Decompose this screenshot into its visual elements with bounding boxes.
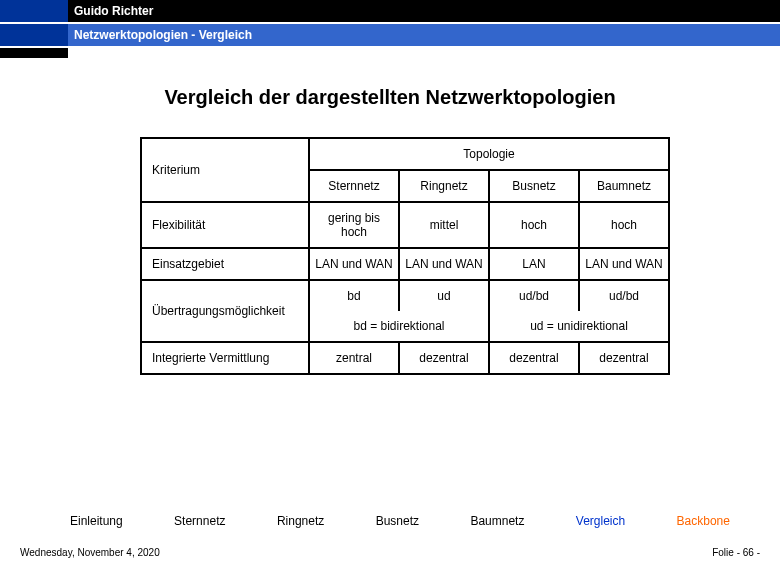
col-busnetz: Busnetz [489, 170, 579, 202]
cell: dezentral [579, 342, 669, 374]
nav-einleitung[interactable]: Einleitung [70, 514, 123, 528]
breadcrumb-bar: Netzwerktopologien - Vergleich [68, 24, 780, 46]
nav-busnetz[interactable]: Busnetz [376, 514, 419, 528]
kriterium-header: Kriterium [141, 138, 309, 202]
cell: hoch [579, 202, 669, 248]
nav-vergleich[interactable]: Vergleich [576, 514, 625, 528]
spacer-left [0, 48, 68, 58]
cell: zentral [309, 342, 399, 374]
legend-bd: bd = bidirektional [309, 311, 489, 342]
col-ringnetz: Ringnetz [399, 170, 489, 202]
cell: dezentral [489, 342, 579, 374]
cell: ud/bd [579, 280, 669, 311]
footer-page: Folie - 66 - [712, 547, 760, 558]
header-bar: Guido Richter [0, 0, 780, 22]
col-baumnetz: Baumnetz [579, 170, 669, 202]
nav-baumnetz[interactable]: Baumnetz [470, 514, 524, 528]
row-label: Integrierte Vermittlung [141, 342, 309, 374]
spacer-right [68, 48, 780, 58]
cell: ud [399, 280, 489, 311]
footer-date: Wednesday, November 4, 2020 [20, 547, 160, 558]
bottom-nav: Einleitung Sternnetz Ringnetz Busnetz Ba… [70, 514, 730, 528]
slide-title: Vergleich der dargestellten Netzwerktopo… [0, 86, 780, 109]
author-bar: Guido Richter [68, 0, 780, 22]
breadcrumb: Netzwerktopologien - Vergleich [74, 28, 252, 42]
cell: ud/bd [489, 280, 579, 311]
comparison-table: Kriterium Topologie Sternnetz Ringnetz B… [140, 137, 670, 375]
cell: dezentral [399, 342, 489, 374]
comparison-table-wrap: Kriterium Topologie Sternnetz Ringnetz B… [140, 137, 670, 375]
spacer-bar [0, 48, 780, 58]
row-flexibilitaet: Flexibilität gering bis hoch mittel hoch… [141, 202, 669, 248]
nav-backbone[interactable]: Backbone [677, 514, 730, 528]
cell: LAN und WAN [579, 248, 669, 280]
legend-ud: ud = unidirektional [489, 311, 669, 342]
cell: gering bis hoch [309, 202, 399, 248]
author-name: Guido Richter [74, 4, 153, 18]
row-einsatzgebiet: Einsatzgebiet LAN und WAN LAN und WAN LA… [141, 248, 669, 280]
row-label: Flexibilität [141, 202, 309, 248]
row-label: Übertragungsmöglichkeit [141, 280, 309, 342]
header-accent-box [0, 0, 68, 22]
subheader-bar: Netzwerktopologien - Vergleich [0, 24, 780, 46]
cell: hoch [489, 202, 579, 248]
subheader-accent-box [0, 24, 68, 46]
cell: LAN und WAN [399, 248, 489, 280]
cell: mittel [399, 202, 489, 248]
nav-sternnetz[interactable]: Sternnetz [174, 514, 225, 528]
row-integrierte-vermittlung: Integrierte Vermittlung zentral dezentra… [141, 342, 669, 374]
nav-ringnetz[interactable]: Ringnetz [277, 514, 324, 528]
cell: bd [309, 280, 399, 311]
table-header-row-1: Kriterium Topologie [141, 138, 669, 170]
topologie-header: Topologie [309, 138, 669, 170]
col-sternnetz: Sternnetz [309, 170, 399, 202]
row-label: Einsatzgebiet [141, 248, 309, 280]
row-uebertragung-values: Übertragungsmöglichkeit bd ud ud/bd ud/b… [141, 280, 669, 311]
cell: LAN und WAN [309, 248, 399, 280]
cell: LAN [489, 248, 579, 280]
